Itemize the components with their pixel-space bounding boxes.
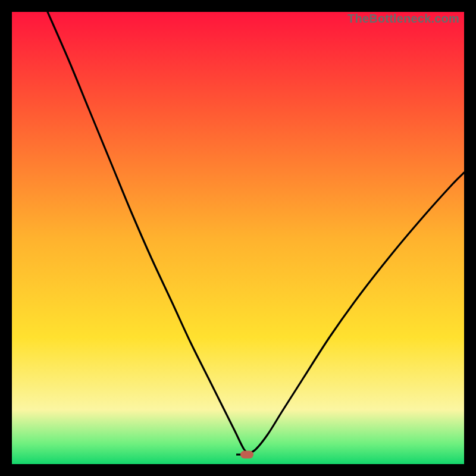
watermark-text: TheBottleneck.com — [347, 12, 459, 26]
chart-stage: TheBottleneck.com — [0, 0, 476, 476]
minimum-marker — [240, 451, 253, 459]
series-right-curve — [247, 173, 464, 455]
chart-plot-area: TheBottleneck.com — [12, 12, 464, 464]
series-left-curve — [48, 12, 250, 455]
chart-curves — [12, 12, 464, 464]
